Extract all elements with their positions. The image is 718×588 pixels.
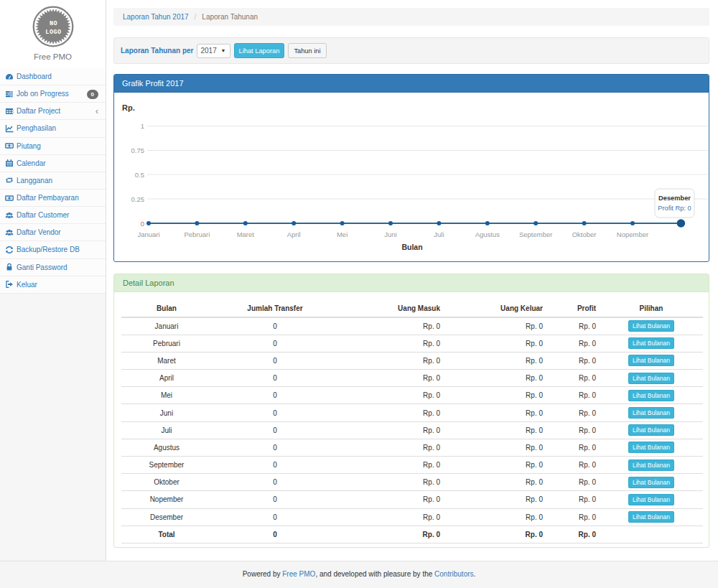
svg-text:Nopember: Nopember	[617, 230, 648, 238]
svg-text:Rp.: Rp.	[122, 103, 135, 112]
svg-text:Bulan: Bulan	[401, 243, 422, 251]
svg-text:September: September	[519, 230, 552, 238]
svg-text:0: 0	[141, 220, 144, 228]
svg-text:Juli: Juli	[434, 230, 444, 238]
svg-text:0.25: 0.25	[131, 195, 145, 203]
svg-text:April: April	[287, 230, 301, 238]
svg-text:0.75: 0.75	[131, 146, 145, 154]
svg-text:Pebruari: Pebruari	[184, 230, 210, 238]
svg-text:Januari: Januari	[137, 230, 159, 238]
svg-text:Mei: Mei	[337, 230, 348, 238]
svg-text:Agustus: Agustus	[475, 230, 500, 238]
svg-text:Maret: Maret	[237, 230, 255, 238]
svg-text:NO: NO	[49, 20, 57, 27]
svg-text:Juni: Juni	[384, 230, 396, 238]
svg-text:0.5: 0.5	[135, 171, 144, 179]
svg-text:Desember: Desember	[658, 195, 691, 202]
svg-text:1: 1	[141, 122, 144, 130]
svg-text:Oktober: Oktober	[572, 230, 597, 238]
svg-text:LOGO: LOGO	[45, 29, 61, 36]
svg-text:Profit Rp: 0: Profit Rp: 0	[658, 205, 691, 212]
